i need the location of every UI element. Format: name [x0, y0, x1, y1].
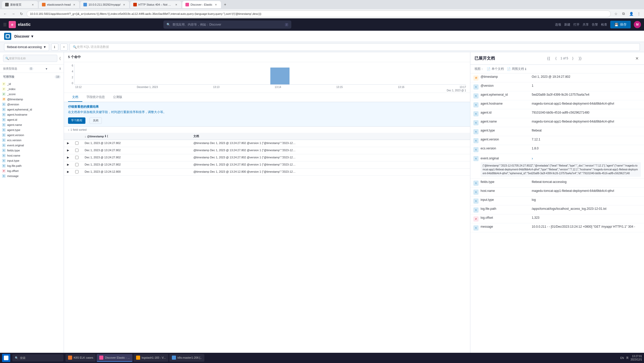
nav-prev-button[interactable]: ⟨ [553, 56, 558, 61]
row-expand-1[interactable]: ▶ [64, 140, 72, 147]
forward-button[interactable]: → [10, 11, 16, 17]
tab-close-2[interactable]: ✕ [72, 3, 76, 7]
menu-button[interactable]: ⋮ [636, 11, 642, 17]
tab-close-3[interactable]: ✕ [122, 3, 126, 7]
field-item-fields-type[interactable]: t fields.type [0, 148, 64, 153]
row-checkbox-5[interactable] [72, 169, 82, 176]
field-item-agenttype[interactable]: t agent.type [0, 127, 64, 133]
elastic-search-bar[interactable]: 🔍 查找应用、内容等，例如：Discover / [163, 20, 291, 29]
field-item-inputtype[interactable]: t input.type [0, 158, 64, 163]
row-check-5[interactable] [75, 170, 79, 173]
alert-btn[interactable]: 告警 [592, 23, 598, 27]
field-item-agentver[interactable]: t agent.version [0, 133, 64, 138]
taskbar-icon-k8s [68, 356, 72, 360]
col-doc[interactable]: 文档 [190, 133, 470, 140]
index-add-button[interactable]: + [60, 43, 68, 51]
field-item-logoffset[interactable]: # log.offset [0, 168, 64, 173]
tab-http404[interactable]: HTTP Status 404 – Not Found ✕ [130, 1, 181, 8]
row-check-2[interactable] [75, 149, 79, 152]
field-item-timestamp[interactable]: ⏱ @timestamp [0, 97, 64, 102]
taskbar-item-logstash[interactable]: logstash1-183 - V... [134, 354, 168, 362]
view-single-doc[interactable]: 📄 单个文档 [487, 67, 504, 71]
tab-beta[interactable]: 公测版 [109, 93, 126, 102]
nav-first-button[interactable]: ⟨⟨ [546, 56, 551, 61]
tab-close-1[interactable]: ✕ [31, 3, 35, 7]
field-name-logfilepath: log.file.path [7, 164, 21, 167]
open-btn[interactable]: 打开 [573, 23, 580, 27]
row-check-1[interactable] [75, 141, 79, 145]
event-original-expand-icon[interactable]: › [532, 156, 533, 160]
extensions-button[interactable]: ⧉ [620, 11, 627, 17]
bookmark-button[interactable]: ☆ [613, 11, 619, 17]
index-info-button[interactable]: ℹ [51, 43, 58, 51]
options-btn[interactable]: 选项 [555, 23, 561, 27]
row-expand-4[interactable]: ▶ [64, 161, 72, 169]
field-type-icon-logoffset: # [2, 169, 6, 173]
row-checkbox-4[interactable] [72, 161, 82, 169]
tab-new-tab[interactable]: 新标签页 ✕ [2, 1, 38, 8]
sidebar-collapse-button[interactable]: ⟨ [59, 56, 61, 60]
field-item-agentid[interactable]: t agent.id [0, 117, 64, 122]
kql-search-input[interactable]: 🔍 使用 KQL 语法筛选数据 [70, 43, 640, 51]
field-item-version[interactable]: t @version [0, 102, 64, 107]
field-item-id[interactable]: # _id [0, 81, 64, 86]
row-checkbox-1[interactable] [72, 140, 82, 147]
new-btn[interactable]: 新建 [564, 23, 570, 27]
view-surrounding-docs[interactable]: 📄 周围文档 ℹ [507, 67, 526, 71]
nav-next-button[interactable]: ⟩ [570, 56, 575, 61]
new-tab-button[interactable]: + [222, 2, 228, 8]
doc-field-value-inputtype: log [532, 198, 641, 202]
row-check-3[interactable] [75, 156, 79, 159]
save-button[interactable]: 💾 保存 [610, 21, 631, 28]
field-item-index[interactable]: # _index [0, 86, 64, 92]
tab-myapp[interactable]: 10.0.0.211:30292/myapp/ ✕ [80, 1, 129, 8]
field-item-message[interactable]: t message [0, 173, 64, 179]
tab-field-stats[interactable]: 字段统计信息 [82, 93, 109, 102]
back-button[interactable]: ← [2, 11, 8, 17]
field-name-agentid: agent.id [7, 118, 17, 121]
col-timestamp[interactable]: ↓ @timestamp ℹ ⟨ [82, 133, 190, 140]
field-item-agentname[interactable]: t agent.name [0, 122, 64, 127]
discover-nav-button[interactable]: Discover ▼ [14, 34, 34, 38]
row-checkbox-3[interactable] [72, 154, 82, 161]
tab-close-4[interactable]: ✕ [174, 3, 178, 7]
nav-last-button[interactable]: ⟩⟩ [578, 56, 583, 61]
field-item-event-original[interactable]: t event.original [0, 143, 64, 148]
taskbar-search[interactable]: 🔍 搜索 [12, 354, 63, 361]
field-item-hostname[interactable]: t agent.hostname [0, 112, 64, 117]
search-fields-input[interactable]: 🔍 搜索字段名称 [3, 55, 57, 62]
elastic-logo[interactable]: e elastic [9, 21, 31, 28]
tab-documents[interactable]: 文档 [68, 93, 82, 102]
taskbar-item-k8smaster[interactable]: k8s-master1-206 [.. [169, 354, 204, 362]
user-avatar[interactable]: M [634, 21, 641, 28]
taskbar-system-tray: EN 英 13:27:01 2023/12/1 [620, 355, 642, 361]
row-expand-5[interactable]: ▶ [64, 169, 72, 176]
refresh-button[interactable]: ↻ [18, 11, 25, 17]
doc-panel-close-button[interactable]: ✕ [634, 55, 640, 61]
row-expand-2[interactable]: ▶ [64, 147, 72, 154]
tab-close-5[interactable]: ✕ [214, 3, 218, 7]
tab-elasticsearch-head[interactable]: elasticsearch-head ✕ [39, 1, 79, 8]
start-button[interactable] [2, 354, 10, 362]
hamburger-menu[interactable]: ☰ [3, 22, 7, 27]
taskbar-icon-logstash [136, 356, 140, 360]
row-expand-3[interactable]: ▶ [64, 154, 72, 161]
taskbar-item-discover[interactable]: Discover Elastic - ... [97, 354, 132, 362]
close-hint-button[interactable]: 关闭 [90, 117, 102, 124]
field-item-logfilepath[interactable]: t log.file.path [0, 163, 64, 168]
share-btn[interactable]: 共享 [583, 23, 589, 27]
index-selector[interactable]: filebeat-tomcat-accesslog ▼ [4, 43, 49, 51]
field-item-hostname2[interactable]: t host.name [0, 153, 64, 158]
row-check-4[interactable] [75, 163, 79, 166]
field-item-ephemeral-id[interactable]: t agent.ephemeral_id [0, 107, 64, 112]
profile-button[interactable]: 👤 [628, 11, 634, 17]
field-item-score[interactable]: # _score [0, 92, 64, 97]
url-bar[interactable]: 10.0.0.181:5601/app/discover#/?_g=()&_a=… [27, 10, 611, 17]
doc-field-value-ephemeral: 5ed20a88-3a3f-4399-9c26-13757ba4a7e4 [532, 93, 641, 96]
tab-discover-elastic[interactable]: Discover - Elastic ✕ [182, 1, 221, 8]
inspect-btn[interactable]: 检查 [601, 23, 607, 27]
taskbar-item-k8s[interactable]: K8S ELK cases [65, 354, 96, 362]
field-item-ecsver[interactable]: t ecs.version [0, 138, 64, 143]
row-checkbox-2[interactable] [72, 147, 82, 154]
learn-button[interactable]: 学习教程 [68, 117, 85, 124]
